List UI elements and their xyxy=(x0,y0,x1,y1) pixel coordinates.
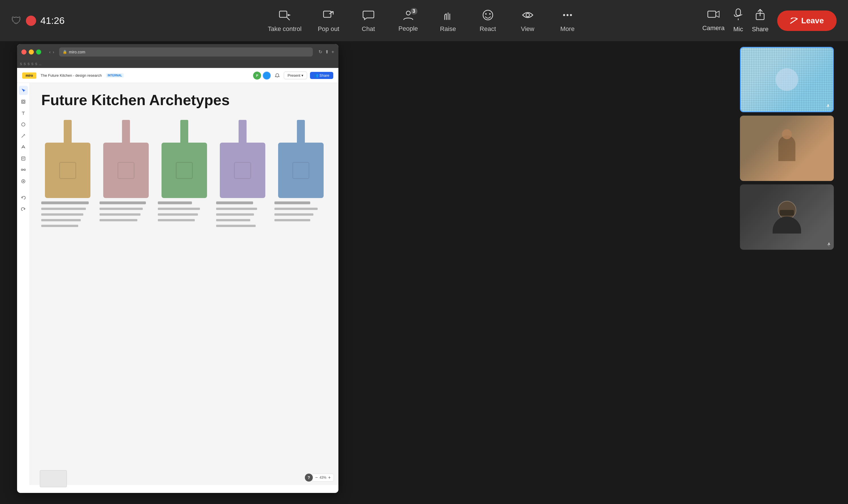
view-icon xyxy=(521,9,534,23)
more-icon xyxy=(561,9,574,23)
card-text-5a xyxy=(274,208,318,210)
phone-icon xyxy=(790,18,798,24)
miro-share-button[interactable]: 👥 Share xyxy=(310,72,333,79)
zoom-controls: − 43% + xyxy=(312,473,334,482)
card-handle-1 xyxy=(64,120,72,143)
browser-close-dot[interactable] xyxy=(21,50,27,55)
chat-button[interactable]: Chat xyxy=(356,9,381,33)
browser-maximize-dot[interactable] xyxy=(36,50,41,55)
recording-indicator xyxy=(26,16,36,26)
card-visual-2 xyxy=(100,120,152,198)
take-control-button[interactable]: Take control xyxy=(268,9,302,33)
people-icon-wrap: 3 xyxy=(402,9,414,23)
video-tile-participant-2 xyxy=(740,115,834,181)
redo-tool[interactable] xyxy=(19,204,28,214)
raise-icon xyxy=(442,9,454,23)
archetype-card-4 xyxy=(216,120,269,227)
people-button[interactable]: 3 People xyxy=(395,9,421,32)
browser-forward-icon[interactable]: › xyxy=(53,50,54,54)
miro-board-title: The Future Kitchen - design research xyxy=(41,73,102,77)
browser-new-tab-icon[interactable]: + xyxy=(332,50,334,55)
present-label: Present xyxy=(288,73,300,77)
leave-label: Leave xyxy=(801,16,824,25)
card-text-5c xyxy=(274,219,310,221)
frame-tool[interactable] xyxy=(19,97,28,106)
svg-rect-15 xyxy=(736,9,741,16)
connector-tool[interactable] xyxy=(19,165,28,175)
add-tool[interactable] xyxy=(19,177,28,186)
bookmark-1[interactable]: S xyxy=(20,62,22,66)
svg-point-9 xyxy=(526,13,529,17)
text-label-tool[interactable] xyxy=(19,143,28,152)
shield-icon: 🛡 xyxy=(11,15,22,27)
browser-back-icon[interactable]: ‹ xyxy=(49,50,51,54)
raise-button[interactable]: Raise xyxy=(435,9,461,33)
svg-marker-14 xyxy=(716,11,719,17)
select-tool[interactable] xyxy=(19,86,28,95)
card-icon-5 xyxy=(292,162,309,179)
browser-reload-icon[interactable]: ↻ xyxy=(318,49,322,55)
browser-share-icon[interactable]: ⬆ xyxy=(325,49,329,55)
svg-line-26 xyxy=(22,135,24,138)
take-control-label: Take control xyxy=(268,25,302,33)
undo-tool[interactable] xyxy=(19,193,28,202)
chat-label: Chat xyxy=(362,25,375,33)
card-icon-1 xyxy=(59,162,76,179)
bell-icon[interactable] xyxy=(274,72,281,79)
browser-url: miro.com xyxy=(69,50,85,54)
svg-point-12 xyxy=(570,14,572,16)
view-button[interactable]: View xyxy=(515,9,540,33)
present-button[interactable]: Present ▾ xyxy=(284,72,307,79)
video-tile-active-speaker xyxy=(740,47,834,112)
minimap[interactable] xyxy=(40,470,67,487)
svg-rect-22 xyxy=(22,101,24,103)
card-subtitle-2 xyxy=(100,201,146,204)
miro-logo: miro xyxy=(22,72,36,79)
avatar-2 xyxy=(263,72,271,79)
share-button[interactable]: Share xyxy=(752,8,769,33)
leave-button[interactable]: Leave xyxy=(777,11,837,31)
more-label: More xyxy=(560,25,574,33)
top-toolbar: 🛡 41:26 Take control Pop xyxy=(0,0,848,41)
zoom-plus-button[interactable]: + xyxy=(328,475,331,480)
zoom-level: 43% xyxy=(319,475,327,480)
mic-button[interactable]: Mic xyxy=(733,8,743,33)
center-toolbar: Take control Pop out Chat xyxy=(268,9,581,33)
card-body-3 xyxy=(161,143,207,198)
view-label: View xyxy=(521,25,534,33)
board-title: Future Kitchen Archetypes xyxy=(41,91,327,109)
pop-out-button[interactable]: Pop out xyxy=(316,9,341,33)
card-handle-2 xyxy=(122,120,130,143)
svg-rect-32 xyxy=(21,169,23,170)
pen-tool[interactable] xyxy=(19,131,28,140)
card-text-3a xyxy=(158,208,200,210)
more-button[interactable]: More xyxy=(555,9,580,33)
sticky-note-tool[interactable] xyxy=(19,154,28,163)
react-button[interactable]: React xyxy=(475,9,501,33)
bookmark-2[interactable]: S xyxy=(23,62,25,66)
people-label: People xyxy=(398,25,418,32)
bookmark-more[interactable]: ... xyxy=(39,62,41,66)
bookmark-4[interactable]: S xyxy=(31,62,33,66)
zoom-minus-button[interactable]: − xyxy=(315,475,318,480)
bookmark-5[interactable]: S xyxy=(35,62,37,66)
camera-button[interactable]: Camera xyxy=(703,10,725,32)
people-badge: 3 xyxy=(410,8,417,15)
shape-tool[interactable] xyxy=(19,120,28,129)
card-visual-5 xyxy=(274,120,327,198)
text-tool[interactable] xyxy=(19,109,28,118)
internal-badge: INTERNAL xyxy=(106,73,124,77)
svg-rect-33 xyxy=(24,169,25,170)
card-text-4c xyxy=(216,219,250,221)
chat-icon xyxy=(362,9,375,23)
video-feed-1 xyxy=(741,48,833,111)
archetypes-grid xyxy=(41,120,327,227)
browser-url-bar[interactable]: 🔒 miro.com xyxy=(59,48,313,56)
svg-rect-38 xyxy=(828,104,829,107)
svg-rect-29 xyxy=(22,157,25,160)
browser-minimize-dot[interactable] xyxy=(29,50,34,55)
bookmark-3[interactable]: S xyxy=(28,62,30,66)
card-text-2c xyxy=(100,219,137,221)
card-handle-5 xyxy=(297,120,305,143)
help-button[interactable]: ? xyxy=(305,473,313,482)
